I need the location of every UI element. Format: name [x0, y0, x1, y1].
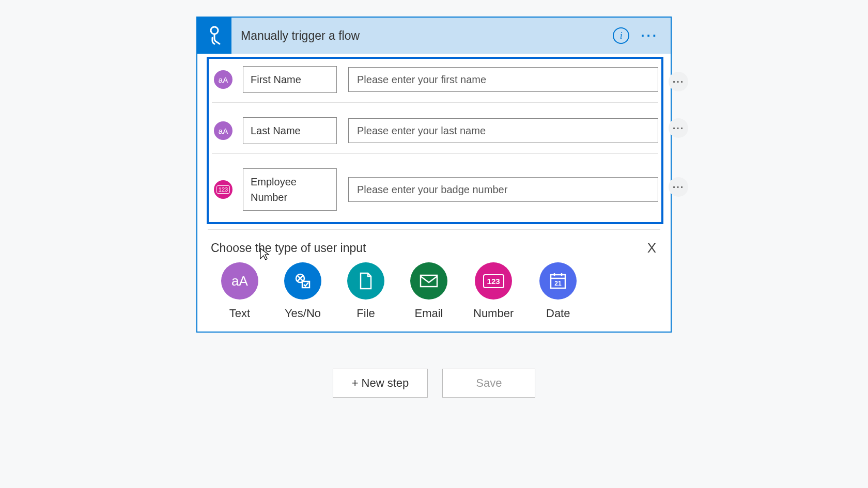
type-label: Date — [546, 307, 570, 320]
chooser-close-button[interactable]: X — [647, 240, 656, 256]
chooser-title: Choose the type of user input — [211, 241, 366, 255]
type-label: Yes/No — [285, 307, 321, 320]
input-type-grid: aA Text Yes/No File — [197, 258, 671, 332]
input-type-text[interactable]: aA Text — [221, 262, 258, 320]
input-placeholder-field[interactable]: Please enter your first name — [348, 67, 658, 92]
input-type-email[interactable]: Email — [410, 262, 447, 320]
trigger-title: Manually trigger a flow — [231, 29, 613, 43]
input-name-field[interactable]: First Name — [243, 66, 337, 93]
trigger-card-header: Manually trigger a flow i ··· — [197, 18, 671, 54]
header-more-button[interactable]: ··· — [641, 28, 658, 44]
input-type-file[interactable]: File — [347, 262, 384, 320]
date-icon: 21 — [539, 262, 577, 300]
input-row: aA Last Name Please enter your last name… — [212, 102, 658, 153]
input-row-more-button[interactable]: ··· — [669, 177, 688, 197]
svg-text:21: 21 — [555, 280, 562, 287]
email-icon — [410, 262, 447, 300]
trigger-card: Manually trigger a flow i ··· aA First N… — [196, 17, 672, 333]
file-icon — [347, 262, 384, 300]
input-placeholder-field[interactable]: Please enter your badge number — [348, 177, 658, 202]
number-type-icon: 123 — [214, 180, 233, 199]
type-label: Email — [414, 307, 443, 320]
input-type-date[interactable]: 21 Date — [539, 262, 577, 320]
info-button[interactable]: i — [613, 27, 629, 44]
type-label: Number — [473, 307, 514, 320]
input-name-field[interactable]: Employee Number — [243, 168, 337, 211]
text-type-icon: aA — [214, 121, 233, 140]
input-row-more-button[interactable]: ··· — [669, 72, 688, 91]
chooser-header: Choose the type of user input X — [197, 230, 671, 258]
manual-trigger-icon — [197, 18, 231, 54]
input-type-yesno[interactable]: Yes/No — [284, 262, 321, 320]
input-type-number[interactable]: 123 Number — [473, 262, 514, 320]
svg-rect-5 — [421, 275, 437, 287]
new-step-button[interactable]: + New step — [333, 369, 428, 398]
input-row-more-button[interactable]: ··· — [669, 118, 688, 138]
number-icon: 123 — [475, 262, 512, 300]
svg-point-0 — [211, 27, 218, 34]
text-icon: aA — [221, 262, 258, 300]
input-name-field[interactable]: Last Name — [243, 117, 337, 144]
type-label: Text — [229, 307, 250, 320]
yesno-icon — [284, 262, 321, 300]
inputs-highlight: aA First Name Please enter your first na… — [207, 57, 663, 224]
input-placeholder-field[interactable]: Please enter your last name — [348, 118, 658, 143]
input-row: aA First Name Please enter your first na… — [212, 61, 658, 102]
type-label: File — [357, 307, 375, 320]
input-row: 123 Employee Number Please enter your ba… — [212, 153, 658, 220]
footer-buttons: + New step Save — [0, 369, 868, 398]
text-type-icon: aA — [214, 70, 233, 89]
save-button[interactable]: Save — [442, 369, 535, 398]
